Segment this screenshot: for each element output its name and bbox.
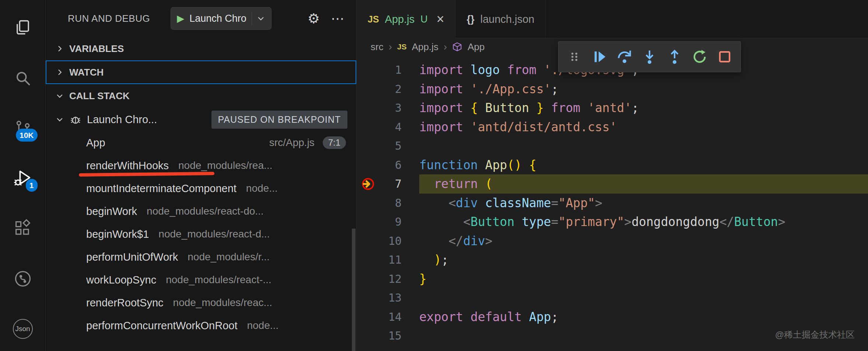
- line-number[interactable]: 3: [379, 101, 402, 114]
- code-line-text[interactable]: <div className="App">: [419, 194, 868, 213]
- stack-frame[interactable]: renderRootSync node_modules/reac...: [46, 291, 356, 314]
- toolbar-drag-handle[interactable]: [564, 46, 585, 67]
- code-line-text[interactable]: [419, 288, 868, 307]
- continue-button[interactable]: [589, 46, 610, 67]
- line-number[interactable]: 6: [379, 159, 402, 171]
- json-file-icon: {}: [467, 14, 475, 25]
- stack-frame[interactable]: beginWork$1 node_modules/react-d...: [46, 223, 356, 246]
- stack-frame[interactable]: beginWork node_modules/react-do...: [46, 200, 356, 223]
- breadcrumb-src[interactable]: src: [371, 41, 384, 53]
- json-extension-icon: Json: [13, 319, 33, 339]
- code-line-text[interactable]: }: [419, 270, 868, 289]
- line-number[interactable]: 8: [379, 197, 402, 209]
- sidebar-title: RUN AND DEBUG: [68, 13, 150, 24]
- code-line-text[interactable]: import { Button } from 'antd';: [419, 98, 868, 118]
- start-debug-icon[interactable]: ▶: [177, 13, 184, 24]
- section-watch[interactable]: WATCH: [46, 60, 356, 84]
- line-number[interactable]: 1: [379, 63, 402, 76]
- line-number[interactable]: 10: [379, 234, 402, 247]
- code-line[interactable]: 2import './App.css';: [357, 80, 868, 99]
- continue-icon: [592, 49, 607, 65]
- line-number[interactable]: 9: [379, 215, 402, 228]
- code-line-text[interactable]: );: [419, 250, 868, 270]
- activity-json-extension[interactable]: Json: [13, 319, 33, 339]
- debug-badge: 1: [26, 179, 38, 192]
- code-line[interactable]: 5: [357, 136, 868, 156]
- line-number[interactable]: 2: [379, 83, 402, 95]
- close-icon[interactable]: ×: [437, 13, 444, 26]
- line-number[interactable]: 13: [379, 291, 402, 304]
- line-number[interactable]: 5: [379, 139, 402, 152]
- sidebar-scrollbar[interactable]: [352, 229, 356, 351]
- breadcrumb-file[interactable]: App.js: [412, 41, 438, 53]
- bug-icon: [69, 113, 82, 126]
- line-number[interactable]: 11: [379, 253, 402, 266]
- code-line-text[interactable]: <Button type="primary">dongdongdong</But…: [419, 212, 868, 232]
- code-line-text[interactable]: export default App;: [419, 307, 868, 327]
- code-line[interactable]: 9 <Button type="primary">dongdongdong</B…: [357, 212, 868, 232]
- tab-app-js[interactable]: JS App.js U ×: [357, 0, 456, 38]
- activity-source-control[interactable]: 10K: [13, 118, 33, 139]
- chevron-down-icon: [55, 115, 64, 124]
- tab-title: launch.json: [480, 13, 535, 25]
- source-control-badge: 10K: [16, 129, 38, 142]
- step-into-button[interactable]: [639, 46, 660, 67]
- breakpoint-gutter[interactable]: [357, 177, 379, 191]
- step-out-button[interactable]: [664, 46, 685, 67]
- line-number[interactable]: 7: [379, 177, 402, 190]
- section-call-stack[interactable]: CALL STACK: [46, 84, 356, 108]
- section-label: CALL STACK: [69, 90, 130, 102]
- gear-icon[interactable]: ⚙: [308, 12, 320, 25]
- code-line-text[interactable]: [419, 136, 868, 156]
- code-line[interactable]: 6function App() {: [357, 156, 868, 175]
- js-file-icon: JS: [368, 14, 379, 25]
- line-number[interactable]: 4: [379, 121, 402, 133]
- restart-button[interactable]: [689, 46, 710, 67]
- launch-config-label: Launch Chro: [189, 13, 246, 24]
- json-extension-label: Json: [15, 325, 30, 333]
- line-col-badge: 7:1: [323, 136, 346, 149]
- code-line[interactable]: 14export default App;: [357, 307, 868, 327]
- code-line[interactable]: 7 return (: [357, 174, 868, 194]
- breadcrumb-symbol[interactable]: App: [468, 41, 484, 53]
- line-number[interactable]: 15: [379, 329, 402, 342]
- section-label: WATCH: [69, 67, 104, 78]
- stack-frame[interactable]: workLoopSync node_modules/react-...: [46, 268, 356, 291]
- step-over-button[interactable]: [614, 46, 635, 67]
- line-number[interactable]: 14: [379, 310, 402, 323]
- code-area[interactable]: 1import logo from './logo.svg';2import '…: [357, 55, 868, 351]
- editor-area: JS App.js U × {} launch.json src › JS Ap…: [357, 0, 868, 351]
- watermark: @稀土掘金技术社区: [775, 329, 855, 341]
- stack-frame-app[interactable]: App src/App.js 7:1: [46, 131, 356, 154]
- activity-extensions[interactable]: [13, 218, 33, 239]
- code-line[interactable]: 3import { Button } from 'antd';: [357, 98, 868, 118]
- code-line[interactable]: 4import 'antd/dist/antd.css': [357, 118, 868, 137]
- activity-run-debug[interactable]: 1: [13, 168, 33, 189]
- stack-frame[interactable]: mountIndeterminateComponent node...: [46, 177, 356, 200]
- session-name: Launch Chro...: [87, 114, 157, 126]
- step-into-icon: [642, 49, 657, 65]
- launch-config-dropdown[interactable]: ▶ Launch Chro: [171, 7, 272, 30]
- section-variables[interactable]: VARIABLES: [46, 37, 356, 60]
- activity-explorer[interactable]: [13, 18, 33, 38]
- code-line[interactable]: 12}: [357, 270, 868, 289]
- chevron-down-icon[interactable]: [252, 12, 265, 25]
- code-line[interactable]: 11 );: [357, 250, 868, 270]
- stack-frame[interactable]: performConcurrentWorkOnRoot node...: [46, 314, 356, 337]
- code-line-text[interactable]: function App() {: [419, 156, 868, 175]
- code-line[interactable]: 13: [357, 288, 868, 307]
- line-number[interactable]: 12: [379, 272, 402, 285]
- activity-scm-graph[interactable]: [13, 268, 33, 289]
- more-actions-icon[interactable]: ⋯: [331, 12, 345, 25]
- code-line-text[interactable]: import 'antd/dist/antd.css': [419, 118, 868, 137]
- stop-button[interactable]: [714, 46, 735, 67]
- tab-launch-json[interactable]: {} launch.json: [456, 0, 546, 38]
- code-line[interactable]: 8 <div className="App">: [357, 194, 868, 213]
- activity-search[interactable]: [13, 68, 33, 88]
- code-line-text[interactable]: import './App.css';: [419, 80, 868, 99]
- stack-frame[interactable]: performUnitOfWork node_modules/r...: [46, 246, 356, 268]
- code-line[interactable]: 10 </div>: [357, 232, 868, 251]
- debug-session-row[interactable]: Launch Chro... PAUSED ON BREAKPOINT: [46, 108, 356, 131]
- code-line-text[interactable]: return (: [419, 174, 868, 194]
- code-line-text[interactable]: </div>: [419, 232, 868, 251]
